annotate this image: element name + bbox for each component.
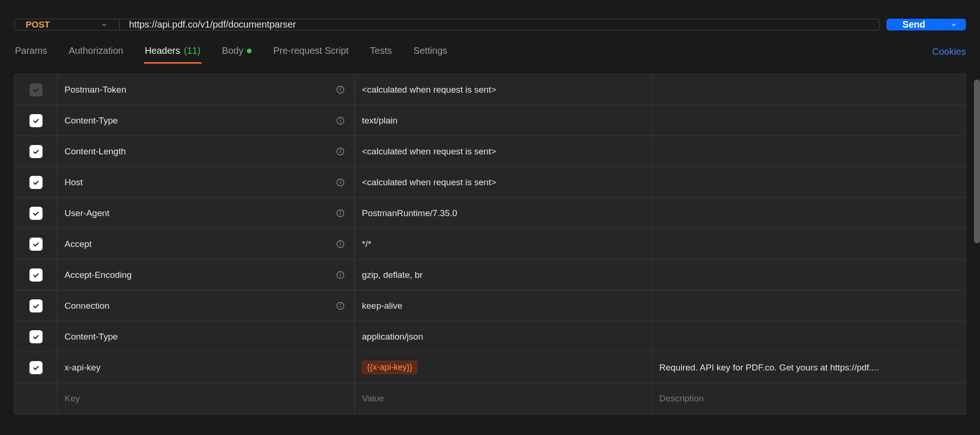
header-value-cell[interactable]: */* <box>355 229 652 259</box>
header-key-cell[interactable]: User-Agent <box>58 198 355 228</box>
header-value-cell[interactable]: text/plain <box>355 105 652 136</box>
header-description-cell[interactable] <box>652 321 966 352</box>
header-value-cell[interactable]: keep-alive <box>355 290 652 321</box>
checkbox-cell <box>14 198 58 228</box>
header-key: Postman-Token <box>65 85 126 95</box>
header-checkbox[interactable] <box>29 361 43 374</box>
info-icon[interactable] <box>335 208 346 218</box>
placeholder-label: Description <box>659 393 704 404</box>
tab-label: Pre-request Script <box>273 45 348 56</box>
placeholder-label: Key <box>65 393 80 404</box>
header-description-cell[interactable] <box>652 74 966 105</box>
info-icon[interactable] <box>335 177 346 188</box>
url-input[interactable] <box>120 19 879 30</box>
header-key-cell[interactable]: Connection <box>58 290 355 321</box>
info-icon[interactable] <box>335 301 346 311</box>
header-description-cell[interactable]: Required. API key for PDF.co. Get yours … <box>652 352 966 383</box>
header-checkbox[interactable] <box>29 114 43 127</box>
header-checkbox[interactable] <box>29 176 43 189</box>
header-value-cell[interactable]: gzip, deflate, br <box>355 260 652 290</box>
new-description-input[interactable]: Description <box>652 383 966 414</box>
header-key: Host <box>65 177 83 188</box>
table-row: Content-Length<calculated when request i… <box>14 136 966 167</box>
svg-point-2 <box>340 88 341 88</box>
request-bar: POST Send <box>14 0 966 39</box>
header-description-cell[interactable] <box>652 167 966 197</box>
info-icon[interactable] <box>335 146 346 157</box>
header-checkbox[interactable] <box>29 238 43 251</box>
table-row: Connectionkeep-alive <box>14 290 966 321</box>
tab-authorization[interactable]: Authorization <box>68 41 124 63</box>
header-value: gzip, deflate, br <box>362 270 423 280</box>
header-checkbox[interactable] <box>29 299 43 312</box>
table-row: Accept*/* <box>14 229 966 260</box>
send-button[interactable]: Send <box>886 19 941 30</box>
header-description-cell[interactable] <box>652 260 966 290</box>
header-value-cell[interactable]: application/json <box>355 321 652 352</box>
tab-label: Headers <box>145 45 180 56</box>
scrollbar-thumb[interactable] <box>974 80 980 243</box>
header-key-cell[interactable]: Postman-Token <box>58 74 355 105</box>
header-key-cell[interactable]: Host <box>58 167 355 197</box>
header-description-cell[interactable] <box>652 136 966 167</box>
header-checkbox[interactable] <box>29 207 43 220</box>
header-key-cell[interactable]: Accept-Encoding <box>58 260 355 290</box>
header-key: Content-Type <box>65 116 118 126</box>
info-icon[interactable] <box>335 239 346 249</box>
tab-tests[interactable]: Tests <box>369 41 393 63</box>
header-checkbox[interactable] <box>29 268 43 282</box>
header-description-cell[interactable] <box>652 290 966 321</box>
info-icon[interactable] <box>335 270 346 280</box>
table-row: Postman-Token<calculated when request is… <box>14 74 966 105</box>
header-checkbox[interactable] <box>29 145 43 158</box>
variable-chip: {{x-api-key}} <box>362 361 418 374</box>
send-dropdown[interactable] <box>941 19 966 30</box>
send-button-group: Send <box>886 19 966 30</box>
header-value-cell[interactable]: {{x-api-key}} <box>355 352 652 383</box>
header-description-cell[interactable] <box>652 198 966 228</box>
header-key: Accept <box>65 239 92 249</box>
checkbox-cell <box>14 383 58 414</box>
header-key: Content-Length <box>65 146 126 157</box>
header-value-cell[interactable]: <calculated when request is sent> <box>355 136 652 167</box>
tab-headers[interactable]: Headers (11) <box>144 41 202 63</box>
tab-body[interactable]: Body <box>221 41 253 63</box>
header-description-cell[interactable] <box>652 229 966 259</box>
info-icon[interactable] <box>335 85 346 95</box>
tab-params[interactable]: Params <box>14 41 48 63</box>
tabs: Params Authorization Headers (11) Body P… <box>14 41 448 63</box>
header-key-cell[interactable]: Content-Length <box>58 136 355 167</box>
tab-label: Tests <box>370 45 392 56</box>
header-key-cell[interactable]: x-api-key <box>58 352 355 383</box>
header-value-cell[interactable]: PostmanRuntime/7.35.0 <box>355 198 652 228</box>
header-value-cell[interactable]: <calculated when request is sent> <box>355 167 652 197</box>
checkbox-cell <box>14 260 58 290</box>
header-checkbox[interactable] <box>29 83 43 96</box>
svg-point-11 <box>340 181 341 181</box>
svg-point-8 <box>340 150 341 150</box>
header-key: Connection <box>65 301 109 311</box>
scrollbar-track[interactable] <box>973 0 980 435</box>
header-key-cell[interactable]: Content-Type <box>58 321 355 352</box>
info-icon[interactable] <box>335 116 346 126</box>
header-value-cell[interactable]: <calculated when request is sent> <box>355 74 652 105</box>
cookies-link[interactable]: Cookies <box>932 46 966 57</box>
checkbox-cell <box>14 167 58 197</box>
header-key-cell[interactable]: Content-Type <box>58 105 355 136</box>
header-description-cell[interactable] <box>652 105 966 136</box>
tab-label: Params <box>15 45 47 56</box>
table-row: User-AgentPostmanRuntime/7.35.0 <box>14 198 966 229</box>
method-select[interactable]: POST <box>14 19 120 30</box>
header-value: text/plain <box>362 116 397 126</box>
header-checkbox[interactable] <box>29 330 43 343</box>
new-key-input[interactable]: Key <box>58 383 355 414</box>
tab-settings[interactable]: Settings <box>412 41 448 63</box>
header-value: <calculated when request is sent> <box>362 177 496 188</box>
header-value: */* <box>362 239 371 249</box>
svg-point-5 <box>340 119 341 119</box>
header-value: PostmanRuntime/7.35.0 <box>362 208 457 218</box>
new-value-input[interactable]: Value <box>355 383 652 414</box>
table-row: x-api-key{{x-api-key}}Required. API key … <box>14 352 966 383</box>
header-key-cell[interactable]: Accept <box>58 229 355 259</box>
tab-prerequest[interactable]: Pre-request Script <box>272 41 349 63</box>
